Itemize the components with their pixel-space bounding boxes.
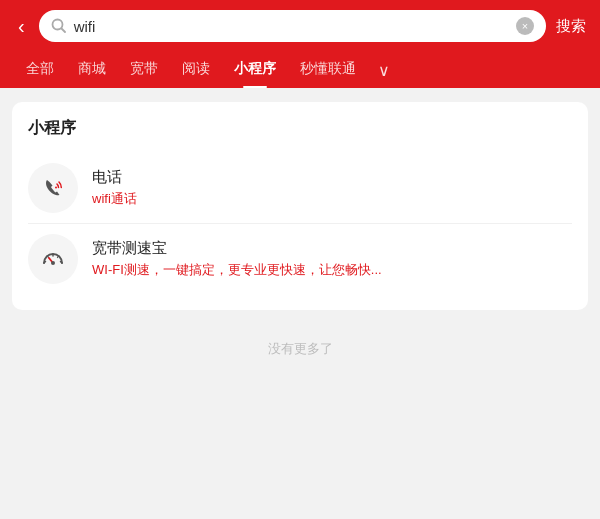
search-icon (51, 18, 66, 35)
search-bar: wifi × (39, 10, 546, 42)
back-button[interactable]: ‹ (14, 12, 29, 40)
svg-line-7 (58, 256, 59, 258)
tab-mini[interactable]: 小程序 (222, 52, 288, 88)
section-card: 小程序 电话 wifi通话 (12, 102, 588, 310)
no-more-text: 没有更多了 (12, 322, 588, 366)
header: ‹ wifi × 搜索 全部 商城 宽带 阅读 小程序 秒懂联通 ∨ (0, 0, 600, 88)
search-input[interactable]: wifi (74, 18, 508, 35)
tab-understand[interactable]: 秒懂联通 (288, 52, 368, 88)
tab-all[interactable]: 全部 (14, 52, 66, 88)
phone-item-title: 电话 (92, 168, 572, 187)
list-item-speedtest[interactable]: 宽带测速宝 WI-FI测速，一键搞定，更专业更快速，让您畅快... (28, 224, 572, 294)
clear-button[interactable]: × (516, 17, 534, 35)
phone-item-subtitle: wifi通话 (92, 190, 572, 208)
svg-line-6 (48, 256, 49, 258)
nav-tabs: 全部 商城 宽带 阅读 小程序 秒懂联通 ∨ (14, 52, 586, 88)
speedtest-icon (28, 234, 78, 284)
content: 小程序 电话 wifi通话 (0, 88, 600, 380)
svg-line-5 (61, 262, 63, 264)
list-item-phone[interactable]: 电话 wifi通话 (28, 153, 572, 224)
phone-icon (28, 163, 78, 213)
speedtest-item-text: 宽带测速宝 WI-FI测速，一键搞定，更专业更快速，让您畅快... (92, 239, 572, 279)
tab-reading[interactable]: 阅读 (170, 52, 222, 88)
tab-broadband[interactable]: 宽带 (118, 52, 170, 88)
search-button[interactable]: 搜索 (556, 17, 586, 36)
svg-point-9 (51, 261, 55, 265)
tab-mall[interactable]: 商城 (66, 52, 118, 88)
search-row: ‹ wifi × 搜索 (14, 10, 586, 52)
phone-item-text: 电话 wifi通话 (92, 168, 572, 208)
nav-more-button[interactable]: ∨ (368, 53, 400, 88)
speedtest-item-subtitle: WI-FI测速，一键搞定，更专业更快速，让您畅快... (92, 261, 572, 279)
svg-line-3 (44, 262, 46, 264)
section-title: 小程序 (28, 118, 572, 139)
svg-line-1 (61, 28, 65, 32)
speedtest-item-title: 宽带测速宝 (92, 239, 572, 258)
svg-point-2 (55, 187, 57, 189)
